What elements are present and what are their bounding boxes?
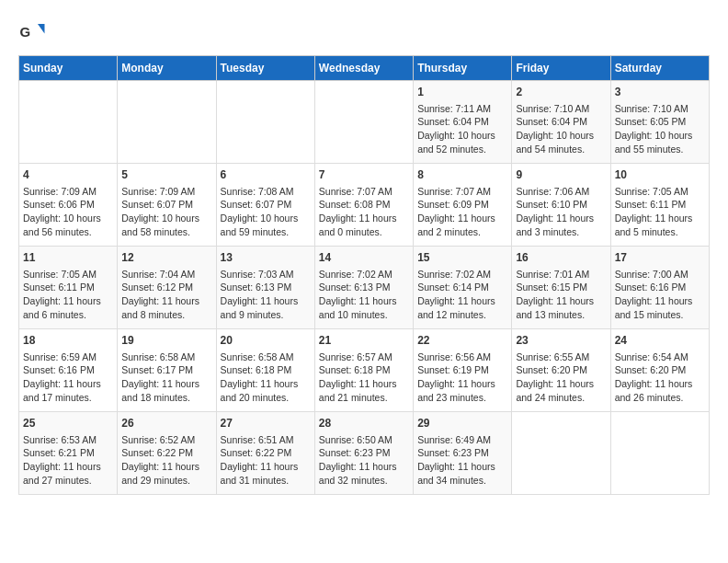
- day-of-week-header: Sunday: [19, 56, 118, 81]
- cell-text: and 8 minutes.: [121, 308, 211, 322]
- cell-text: Sunrise: 6:51 AM: [221, 433, 311, 447]
- cell-text: and 9 minutes.: [221, 308, 311, 322]
- calendar-cell: 5Sunrise: 7:09 AMSunset: 6:07 PMDaylight…: [118, 164, 216, 247]
- day-number: 16: [516, 250, 606, 266]
- day-number: 3: [615, 85, 705, 100]
- cell-text: Daylight: 11 hours: [319, 294, 409, 308]
- cell-text: Sunset: 6:19 PM: [417, 363, 507, 377]
- cell-text: Sunrise: 7:03 AM: [221, 268, 311, 282]
- day-number: 8: [417, 167, 507, 183]
- cell-text: Daylight: 11 hours: [417, 377, 507, 391]
- day-number: 15: [417, 250, 507, 266]
- cell-text: Daylight: 11 hours: [516, 212, 606, 225]
- cell-text: Sunrise: 7:10 AM: [516, 102, 606, 116]
- calendar-cell: 27Sunrise: 6:51 AMSunset: 6:22 PMDayligh…: [216, 412, 314, 495]
- calendar-cell: 2Sunrise: 7:10 AMSunset: 6:04 PMDaylight…: [512, 81, 610, 164]
- cell-text: Daylight: 11 hours: [121, 460, 211, 474]
- calendar-cell: 11Sunrise: 7:05 AMSunset: 6:11 PMDayligh…: [19, 247, 118, 329]
- cell-text: Daylight: 11 hours: [615, 377, 705, 391]
- day-number: 5: [121, 167, 211, 183]
- cell-text: Sunrise: 6:50 AM: [319, 433, 409, 447]
- calendar-cell: 18Sunrise: 6:59 AMSunset: 6:16 PMDayligh…: [19, 329, 118, 412]
- cell-text: Sunset: 6:22 PM: [221, 446, 311, 460]
- cell-text: and 10 minutes.: [319, 308, 409, 322]
- cell-text: and 13 minutes.: [516, 308, 606, 322]
- cell-text: Daylight: 11 hours: [615, 294, 705, 308]
- cell-text: Sunset: 6:04 PM: [516, 115, 606, 129]
- day-of-week-header: Friday: [512, 56, 610, 81]
- cell-text: Daylight: 11 hours: [417, 460, 507, 474]
- cell-text: and 32 minutes.: [319, 474, 409, 488]
- cell-text: Sunrise: 7:08 AM: [221, 185, 311, 199]
- calendar-week-row: 11Sunrise: 7:05 AMSunset: 6:11 PMDayligh…: [19, 247, 710, 329]
- day-number: 27: [221, 416, 311, 431]
- cell-text: Daylight: 11 hours: [221, 377, 311, 391]
- cell-text: and 29 minutes.: [121, 474, 211, 488]
- cell-text: Sunrise: 6:56 AM: [417, 350, 507, 364]
- calendar-cell: 22Sunrise: 6:56 AMSunset: 6:19 PMDayligh…: [414, 329, 512, 412]
- cell-text: Sunrise: 7:07 AM: [319, 185, 409, 199]
- cell-text: and 56 minutes.: [23, 225, 113, 239]
- cell-text: Sunset: 6:05 PM: [615, 115, 705, 129]
- cell-text: Sunrise: 7:09 AM: [23, 185, 113, 199]
- cell-text: Sunset: 6:07 PM: [221, 198, 311, 212]
- cell-text: and 3 minutes.: [516, 225, 606, 239]
- calendar-cell: [19, 81, 118, 164]
- calendar-week-row: 25Sunrise: 6:53 AMSunset: 6:21 PMDayligh…: [19, 412, 710, 495]
- cell-text: and 55 minutes.: [615, 143, 705, 156]
- calendar-cell: 13Sunrise: 7:03 AMSunset: 6:13 PMDayligh…: [216, 247, 314, 329]
- logo: G: [18, 18, 50, 46]
- calendar-cell: 10Sunrise: 7:05 AMSunset: 6:11 PMDayligh…: [610, 164, 709, 247]
- cell-text: Daylight: 10 hours: [615, 129, 705, 143]
- logo-icon: G: [18, 18, 46, 46]
- calendar-cell: 3Sunrise: 7:10 AMSunset: 6:05 PMDaylight…: [610, 81, 709, 164]
- calendar-cell: 19Sunrise: 6:58 AMSunset: 6:17 PMDayligh…: [118, 329, 216, 412]
- calendar-cell: 6Sunrise: 7:08 AMSunset: 6:07 PMDaylight…: [216, 164, 314, 247]
- day-of-week-header: Monday: [118, 56, 216, 81]
- cell-text: and 2 minutes.: [417, 225, 507, 239]
- cell-text: Sunrise: 6:58 AM: [221, 350, 311, 364]
- cell-text: Sunset: 6:20 PM: [516, 363, 606, 377]
- cell-text: Daylight: 11 hours: [23, 294, 113, 308]
- svg-text:G: G: [20, 24, 31, 40]
- cell-text: and 23 minutes.: [417, 391, 507, 405]
- cell-text: and 31 minutes.: [221, 474, 311, 488]
- cell-text: and 15 minutes.: [615, 308, 705, 322]
- cell-text: and 58 minutes.: [121, 225, 211, 239]
- cell-text: Sunset: 6:11 PM: [23, 281, 113, 294]
- cell-text: Sunrise: 7:05 AM: [615, 185, 705, 199]
- calendar-cell: 17Sunrise: 7:00 AMSunset: 6:16 PMDayligh…: [610, 247, 709, 329]
- day-number: 28: [319, 416, 409, 431]
- day-number: 2: [516, 85, 606, 100]
- calendar-cell: 7Sunrise: 7:07 AMSunset: 6:08 PMDaylight…: [314, 164, 413, 247]
- calendar-cell: 15Sunrise: 7:02 AMSunset: 6:14 PMDayligh…: [414, 247, 512, 329]
- cell-text: and 59 minutes.: [221, 225, 311, 239]
- cell-text: Sunset: 6:10 PM: [516, 198, 606, 212]
- day-number: 24: [615, 333, 705, 349]
- cell-text: Sunset: 6:15 PM: [516, 281, 606, 294]
- day-number: 7: [319, 167, 409, 183]
- calendar-cell: 28Sunrise: 6:50 AMSunset: 6:23 PMDayligh…: [314, 412, 413, 495]
- cell-text: Daylight: 11 hours: [516, 377, 606, 391]
- day-number: 23: [516, 333, 606, 349]
- cell-text: Sunset: 6:08 PM: [319, 198, 409, 212]
- cell-text: Daylight: 11 hours: [221, 294, 311, 308]
- cell-text: Sunrise: 7:07 AM: [417, 185, 507, 199]
- cell-text: Sunset: 6:16 PM: [615, 281, 705, 294]
- cell-text: Sunset: 6:12 PM: [121, 281, 211, 294]
- cell-text: Sunrise: 6:54 AM: [615, 350, 705, 364]
- cell-text: Sunrise: 6:57 AM: [319, 350, 409, 364]
- calendar-header-row: SundayMondayTuesdayWednesdayThursdayFrid…: [19, 56, 710, 81]
- calendar-cell: 21Sunrise: 6:57 AMSunset: 6:18 PMDayligh…: [314, 329, 413, 412]
- cell-text: and 52 minutes.: [417, 143, 507, 156]
- day-number: 6: [221, 167, 311, 183]
- cell-text: Sunrise: 6:55 AM: [516, 350, 606, 364]
- day-of-week-header: Saturday: [610, 56, 709, 81]
- cell-text: and 34 minutes.: [417, 474, 507, 488]
- cell-text: Sunrise: 6:59 AM: [23, 350, 113, 364]
- day-number: 25: [23, 416, 113, 431]
- calendar-cell: 16Sunrise: 7:01 AMSunset: 6:15 PMDayligh…: [512, 247, 610, 329]
- day-number: 9: [516, 167, 606, 183]
- cell-text: and 27 minutes.: [23, 474, 113, 488]
- cell-text: Sunset: 6:22 PM: [121, 446, 211, 460]
